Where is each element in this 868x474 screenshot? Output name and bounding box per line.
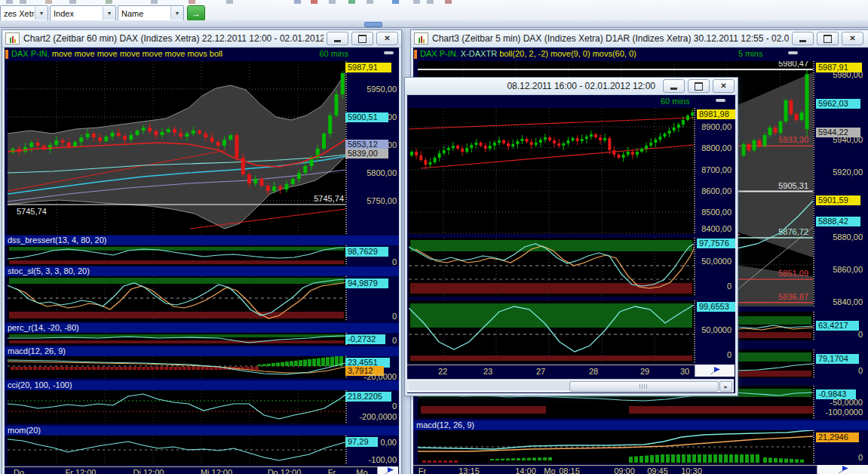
- scroll-right-button[interactable]: ▸: [719, 381, 732, 392]
- chart2-timeframe: 60 mins: [319, 49, 348, 58]
- go-button[interactable]: →: [187, 5, 205, 21]
- value-badge: 5962,03: [816, 99, 860, 109]
- chart-window-icon: [5, 32, 20, 45]
- time-tick-label: 13:15: [459, 466, 480, 474]
- chart2-titlebar[interactable]: Chart2 (Zeitbar 60 min) DAX (Indizes Xet…: [2, 30, 401, 48]
- chart3-titlebar[interactable]: Chart3 (Zeitbar 5 min) DAX (Indizes Xetr…: [411, 30, 868, 48]
- chart2-header: DAX P-IN. move move move move move move …: [5, 49, 398, 60]
- time-tick-label: 22: [438, 367, 447, 376]
- chart3-timeframe: 5 mins: [738, 49, 762, 58]
- instrument-filter-combobox[interactable]: zes Xetra ▼: [0, 5, 48, 21]
- instrument-filter-value: zes Xetra: [1, 9, 35, 18]
- cropped-toolbar-icon: [226, 0, 233, 4]
- close-button[interactable]: ✕: [376, 32, 398, 45]
- zoom-time-axis: 222327282930Jan: [407, 365, 734, 377]
- axis-tick-marks: [813, 349, 814, 378]
- close-icon: ✕: [849, 35, 855, 42]
- time-axis-flag-icon: [382, 467, 394, 474]
- close-button[interactable]: ✕: [713, 79, 735, 93]
- minimize-button[interactable]: [792, 32, 814, 45]
- time-axis-corner: [817, 465, 868, 474]
- cropped-toolbar-icon: [348, 0, 355, 4]
- axis-tick-label: 5800,00: [350, 168, 397, 177]
- current-price-badge: 8981,98: [697, 109, 735, 119]
- time-tick-label: 30: [680, 367, 689, 376]
- application-root: zes Xetra ▼ Index ▼ Name ▼ → Chart2 (Zei…: [0, 0, 868, 474]
- cropped-toolbar-icon: [329, 0, 336, 4]
- time-tick-label: Di 12:00: [133, 468, 164, 474]
- collapsed-scrollbar-handle[interactable]: [384, 51, 394, 54]
- time-tick-label: 29: [640, 367, 649, 376]
- cropped-toolbar-icon: [106, 0, 112, 4]
- scrollbar-track[interactable]: [409, 381, 719, 390]
- close-icon: ✕: [720, 82, 726, 90]
- time-tick-label: Fr 12:00: [66, 468, 97, 474]
- chart2-window: Chart2 (Zeitbar 60 min) DAX (Indizes Xet…: [2, 29, 402, 474]
- sort-combobox[interactable]: Name ▼: [118, 5, 184, 21]
- value-badge: 97,7576: [697, 239, 735, 248]
- collapsed-scrollbar-handle[interactable]: [716, 99, 725, 102]
- axis-tick-label: 8900,00: [685, 122, 732, 131]
- cropped-toolbar-icon: [367, 0, 373, 4]
- category-value: Index: [51, 9, 103, 18]
- top-toolbar: zes Xetra ▼ Index ▼ Name ▼ →: [0, 0, 868, 21]
- minimize-button[interactable]: [327, 32, 348, 45]
- category-combobox[interactable]: Index ▼: [50, 5, 116, 21]
- candlestick-chart: 5745,745745,74: [8, 61, 345, 235]
- axis-tick-label: -200,0000: [350, 412, 397, 421]
- axis-tick-label: 0: [350, 312, 397, 321]
- axis-tick-label: 0: [350, 402, 397, 411]
- close-icon: ✕: [384, 35, 390, 42]
- axis-tick-label: 0: [816, 330, 863, 339]
- indicator-plot: [8, 390, 345, 423]
- chevron-down-icon[interactable]: ▼: [103, 7, 115, 20]
- axis-tick-label: -100,00: [350, 455, 397, 464]
- axis-tick-label: -50,0000: [816, 398, 863, 407]
- chart3-symbol2: X-DAXTR: [461, 49, 497, 58]
- maximize-button[interactable]: [688, 79, 710, 93]
- cropped-toolbar-icon: [45, 0, 52, 4]
- minimize-button[interactable]: [663, 79, 685, 93]
- chevron-down-icon[interactable]: ▼: [170, 7, 183, 20]
- close-button[interactable]: ✕: [842, 32, 863, 45]
- axis-tick-label: 50,0000: [685, 325, 732, 334]
- value-badge: 79,1704: [816, 354, 859, 364]
- cropped-toolbar-icon: [294, 0, 301, 4]
- candlestick-chart: [409, 108, 694, 234]
- axis-tick-label: 0: [350, 336, 397, 345]
- cropped-toolbar-icon: [189, 0, 195, 4]
- time-tick-label: Mi 12:00: [201, 468, 232, 474]
- time-tick-label: Fr: [419, 466, 426, 474]
- horizontal-scrollbar[interactable]: ▸: [407, 379, 734, 392]
- indicator-label: dss_bressert(13, 4, 80, 20): [5, 235, 399, 245]
- zoom-window-titlebar[interactable]: 08.12.2011 16:00 - 02.01.2012 12:00 ✕: [405, 78, 738, 95]
- maximize-button[interactable]: [351, 32, 373, 45]
- cropped-toolbar-icon: [311, 0, 317, 4]
- zoom-window-title: 08.12.2011 16:00 - 02.01.2012 12:00: [412, 81, 655, 91]
- axis-tick-label: 8600,00: [685, 186, 732, 195]
- svg-text:5851,09: 5851,09: [778, 269, 808, 278]
- time-tick-label: 27: [536, 367, 545, 376]
- time-axis-flag-icon: [709, 367, 721, 375]
- chart3-time-axis: Fr13:1514:00Mo08:1509:0009:4510:30: [413, 465, 868, 474]
- minimize-icon: [670, 88, 677, 90]
- current-price-badge: 5987,91: [345, 63, 391, 72]
- splitter-grip[interactable]: [364, 22, 382, 27]
- collapsed-scrollbar-handle[interactable]: [788, 51, 798, 54]
- time-tick-label: Do 12:00: [268, 468, 302, 474]
- indicator-label: mom(20): [5, 426, 399, 436]
- h-scrollbar-thumb[interactable]: [569, 381, 719, 392]
- chevron-down-icon[interactable]: ▼: [35, 7, 48, 20]
- axis-tick-label: 8800,00: [685, 143, 732, 152]
- cropped-toolbar-icon: [6, 0, 13, 4]
- maximize-button[interactable]: [817, 32, 839, 45]
- horizontal-splitter[interactable]: [0, 20, 868, 28]
- time-axis-corner: [695, 365, 735, 377]
- indicator-plot: [409, 238, 694, 297]
- indicator-label: perc_r(14, -20, -80): [5, 323, 399, 333]
- axis-tick-label: 5750,00: [350, 196, 397, 205]
- time-tick-label: Mo: [356, 468, 367, 474]
- axis-tick-label: 0: [816, 366, 863, 375]
- indicator-pane: [8, 245, 345, 266]
- time-axis-corner: [377, 466, 398, 474]
